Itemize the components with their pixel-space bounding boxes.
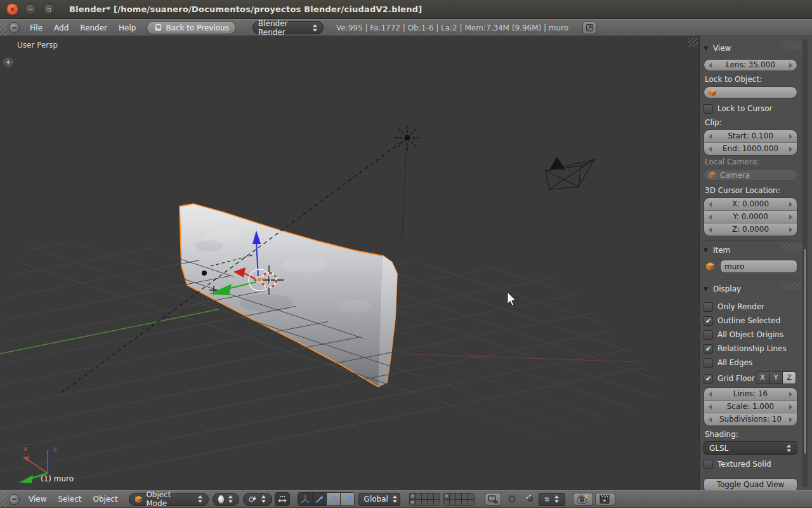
checkbox-checked[interactable]: ✔ (704, 344, 713, 354)
menu-add[interactable]: Add (54, 23, 69, 32)
snap-toggle[interactable] (523, 493, 537, 505)
orientation-select[interactable]: Global (358, 493, 400, 506)
outline-selected-row[interactable]: ✔ Outline Selected (704, 314, 780, 327)
step-left-icon[interactable] (709, 63, 712, 68)
checkbox-unchecked[interactable] (704, 104, 713, 114)
render-engine-select[interactable]: Blender Render (252, 21, 324, 34)
minimize-icon[interactable]: − (25, 3, 37, 15)
viewport-corner-grip[interactable] (688, 37, 698, 47)
proportional-edit-select[interactable] (504, 493, 520, 505)
checkbox-unchecked[interactable] (704, 358, 713, 368)
layer-cell[interactable] (428, 493, 433, 499)
manipulator-toggle[interactable] (298, 493, 312, 505)
wall-object[interactable] (180, 204, 397, 387)
menu-file[interactable]: File (30, 23, 43, 32)
editor-type-icon[interactable] (9, 22, 20, 33)
viewport-canvas[interactable]: z x User Persp (1) muro (0, 36, 699, 490)
panel-drag-grip[interactable] (782, 282, 803, 290)
menu-view[interactable]: View (29, 495, 46, 504)
panel-drag-grip[interactable] (782, 41, 803, 50)
camera-object[interactable] (546, 157, 594, 189)
scale-manipulator-button[interactable] (340, 493, 354, 505)
all-object-origins-row[interactable]: All Object Origins (704, 328, 783, 341)
grid-axis-x-toggle[interactable]: X (756, 372, 769, 384)
layer-cell[interactable] (462, 493, 468, 499)
grid-axis-y-toggle[interactable]: Y (769, 372, 782, 384)
grid-axis-z-toggle[interactable]: Z (782, 372, 796, 384)
grid-lines-slider[interactable]: Lines: 16 (704, 388, 797, 400)
viewport-shading-select[interactable] (213, 493, 239, 506)
layers-widget-left[interactable] (409, 493, 440, 505)
checkbox-checked[interactable]: ✔ (704, 374, 713, 384)
grid-scale-slider[interactable]: Scale: 1.000 (704, 400, 797, 413)
area-resize-grip[interactable] (0, 491, 7, 507)
layer-cell[interactable] (456, 500, 462, 505)
scrollbar-thumb[interactable] (803, 248, 807, 455)
layer-cell[interactable] (422, 493, 428, 499)
menu-select[interactable]: Select (58, 495, 81, 504)
checkbox-checked[interactable]: ✔ (704, 316, 713, 326)
lock-to-cursor-row[interactable]: Lock to Cursor (704, 102, 772, 115)
layer-cell[interactable] (462, 500, 468, 505)
area-resize-grip[interactable] (0, 20, 7, 36)
layer-cell[interactable] (416, 493, 421, 499)
lock-object-field[interactable] (704, 86, 797, 98)
checkbox-unchecked[interactable] (704, 460, 713, 469)
relationship-lines-row[interactable]: ✔ Relationship Lines (704, 342, 787, 355)
cursor-z-slider[interactable]: Z: 0.0000 (704, 223, 797, 236)
layer-cell[interactable] (428, 500, 433, 505)
layer-cell[interactable] (410, 500, 416, 505)
layer-cell[interactable] (422, 500, 428, 505)
grid-subdivisions-slider[interactable]: Subdivisions: 10 (704, 413, 797, 425)
layer-cell[interactable] (450, 500, 455, 505)
viewport-3d[interactable]: z x User Persp (1) muro (0, 36, 699, 490)
panel-drag-grip[interactable] (782, 243, 803, 251)
lens-slider[interactable]: Lens: 35.000 (704, 59, 797, 71)
checkbox-unchecked[interactable] (704, 302, 713, 312)
layer-cell[interactable] (444, 493, 450, 499)
layer-cell[interactable] (410, 493, 416, 499)
menu-object[interactable]: Object (93, 495, 118, 504)
layer-cell[interactable] (444, 500, 450, 505)
menu-help[interactable]: Help (119, 23, 136, 32)
local-camera-field[interactable]: Camera (704, 169, 797, 181)
maximize-icon[interactable]: ▫ (43, 3, 55, 15)
pivot-point-select[interactable] (243, 493, 272, 506)
menu-render[interactable]: Render (80, 23, 107, 32)
layer-cell[interactable] (434, 500, 440, 505)
shading-mode-select[interactable]: GLSL (704, 441, 797, 455)
back-to-previous-button[interactable]: Back to Previous (147, 21, 236, 34)
rotate-manipulator-button[interactable] (326, 493, 340, 505)
cursor-y-slider[interactable]: Y: 0.0000 (704, 210, 797, 223)
only-render-row[interactable]: Only Render (704, 300, 764, 313)
step-right-icon[interactable] (789, 63, 792, 68)
toggle-quad-view-button[interactable]: Toggle Quad View (704, 478, 797, 490)
object-origin-dot[interactable] (202, 271, 207, 276)
lock-to-scene-toggle[interactable] (485, 493, 501, 505)
textured-solid-row[interactable]: Textured Solid (704, 458, 771, 471)
object-name-field[interactable]: muro (720, 260, 797, 273)
layer-cell[interactable] (468, 493, 474, 499)
checkbox-unchecked[interactable] (704, 330, 713, 340)
panel-scrollbar[interactable] (802, 39, 808, 487)
opengl-render-button[interactable] (573, 493, 593, 505)
layer-cell[interactable] (456, 493, 462, 499)
layer-cell[interactable] (416, 500, 421, 505)
lamp-object[interactable] (395, 126, 419, 150)
layers-widget-right[interactable] (443, 493, 475, 505)
mode-select[interactable]: Object Mode (129, 493, 209, 506)
clip-start-slider[interactable]: Start: 0.100 (704, 130, 797, 142)
all-edges-row[interactable]: All Edges (704, 356, 752, 369)
manipulate-center-points-toggle[interactable] (275, 493, 289, 505)
close-icon[interactable]: × (6, 3, 18, 15)
cursor-x-slider[interactable]: X: 0.0000 (704, 198, 797, 210)
editor-type-icon[interactable] (9, 494, 20, 505)
toolshelf-open-icon[interactable] (4, 58, 13, 67)
translate-manipulator-button[interactable] (312, 493, 326, 505)
grid-floor-row[interactable]: ✔ Grid Floor (704, 372, 755, 385)
clip-end-slider[interactable]: End: 1000.000 (704, 142, 797, 155)
opengl-render-anim-button[interactable] (595, 493, 615, 505)
layer-cell[interactable] (468, 500, 474, 505)
layer-cell[interactable] (450, 493, 455, 499)
maximize-area-button[interactable] (582, 22, 596, 34)
